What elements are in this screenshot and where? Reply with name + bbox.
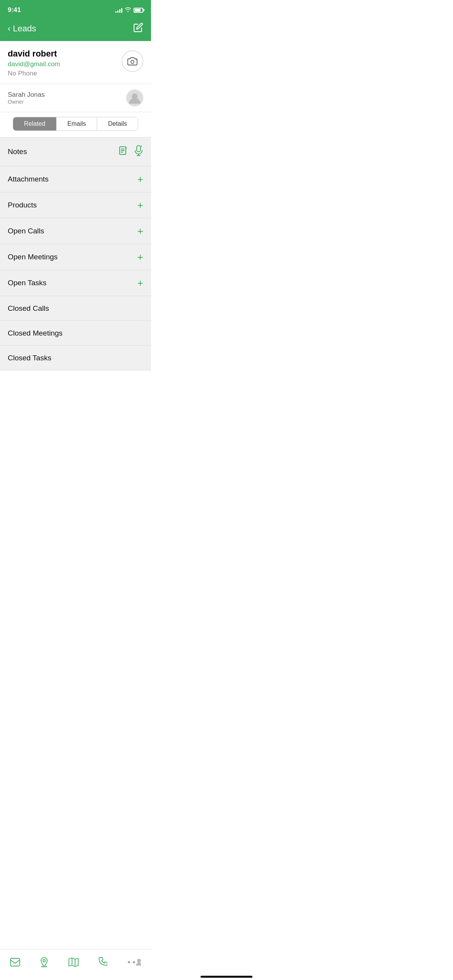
add-open-meetings-button[interactable]: +: [137, 252, 143, 262]
signal-icon: [115, 7, 122, 13]
svg-point-0: [131, 60, 134, 63]
wifi-icon: [125, 7, 131, 13]
contact-email[interactable]: david@gmail.com: [8, 60, 60, 68]
back-arrow-icon: ‹: [8, 24, 10, 33]
tabs-container: Related Emails Details: [0, 112, 151, 137]
edit-button[interactable]: [133, 22, 143, 35]
related-label-closed-calls: Closed Calls: [8, 304, 49, 313]
owner-info: Sarah Jonas Owner: [8, 91, 45, 105]
add-open-tasks-button[interactable]: +: [137, 278, 143, 288]
owner-row: Sarah Jonas Owner: [0, 84, 151, 112]
contact-phone: No Phone: [8, 70, 60, 77]
owner-role: Owner: [8, 99, 45, 105]
nav-bar: ‹ Leads: [0, 19, 151, 41]
note-text-add-button[interactable]: +: [118, 146, 129, 158]
back-button[interactable]: ‹ Leads: [8, 24, 36, 34]
related-label-products: Products: [8, 201, 37, 209]
related-label-attachments: Attachments: [8, 175, 49, 183]
add-attachments-button[interactable]: +: [137, 174, 143, 184]
related-item-notes: Notes++: [0, 137, 151, 166]
related-item-open-meetings: Open Meetings+: [0, 244, 151, 270]
status-time: 9:41: [8, 6, 21, 14]
tab-details[interactable]: Details: [97, 117, 138, 130]
owner-name: Sarah Jonas: [8, 91, 45, 99]
contact-info: david robert david@gmail.com No Phone: [8, 49, 60, 77]
related-item-attachments: Attachments+: [0, 166, 151, 192]
related-label-open-tasks: Open Tasks: [8, 279, 46, 287]
svg-text:+: +: [140, 145, 142, 148]
related-item-products: Products+: [0, 192, 151, 218]
tab-related[interactable]: Related: [13, 117, 57, 130]
contact-name: david robert: [8, 49, 60, 59]
contact-header: david robert david@gmail.com No Phone +: [0, 41, 151, 84]
back-label: Leads: [13, 24, 36, 34]
avatar: [126, 89, 143, 106]
related-content: Notes++Attachments+Products+Open Calls+O…: [0, 137, 151, 370]
note-mic-add-button[interactable]: +: [134, 145, 143, 158]
tabs-group: Related Emails Details: [13, 117, 138, 131]
related-item-closed-tasks: Closed Tasks: [0, 346, 151, 370]
related-label-closed-meetings: Closed Meetings: [8, 329, 63, 338]
related-label-notes: Notes: [8, 147, 27, 156]
status-icons: [115, 7, 143, 13]
status-bar: 9:41: [0, 0, 151, 19]
add-open-calls-button[interactable]: +: [137, 226, 143, 236]
related-item-open-calls: Open Calls+: [0, 218, 151, 244]
related-label-open-calls: Open Calls: [8, 227, 44, 235]
battery-icon: [134, 8, 143, 13]
related-label-closed-tasks: Closed Tasks: [8, 354, 51, 362]
related-item-open-tasks: Open Tasks+: [0, 270, 151, 296]
related-item-closed-calls: Closed Calls: [0, 296, 151, 321]
add-products-button[interactable]: +: [137, 200, 143, 210]
tab-emails[interactable]: Emails: [57, 117, 97, 130]
camera-button[interactable]: +: [122, 50, 143, 72]
svg-text:+: +: [135, 58, 137, 62]
svg-text:+: +: [125, 146, 127, 150]
related-label-open-meetings: Open Meetings: [8, 253, 58, 261]
related-item-closed-meetings: Closed Meetings: [0, 321, 151, 346]
